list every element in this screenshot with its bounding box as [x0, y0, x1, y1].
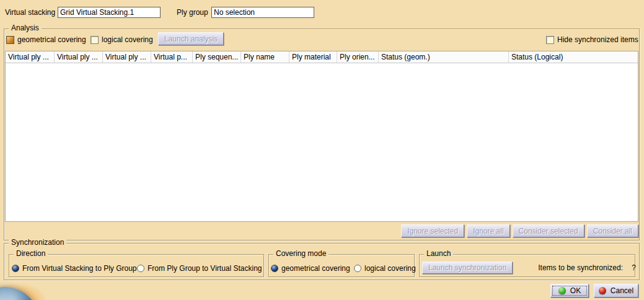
direction-group-title: Direction [14, 250, 48, 258]
column-header-ply-name[interactable]: Ply name [241, 51, 289, 63]
direction-radio-0[interactable] [12, 265, 19, 272]
virtual-stacking-dialog: Virtual stacking Ply group Analysis geom… [0, 0, 644, 300]
column-header-ply-sequence[interactable]: Ply sequen... [193, 51, 241, 63]
geometrical-covering-checkbox[interactable] [6, 36, 14, 44]
direction-option-0-label: From Virtual Stacking to Ply Group [22, 263, 137, 274]
launch-analysis-button[interactable]: Launch analysis [158, 32, 224, 45]
covering-option-0-label: geometrical covering [281, 263, 350, 274]
cancel-button[interactable]: Cancel [594, 284, 638, 298]
column-header-ply-orientation[interactable]: Ply orien... [337, 51, 379, 63]
consider-selected-button[interactable]: Consider selected [513, 224, 584, 237]
column-header-status-logical[interactable]: Status (Logical) [509, 51, 638, 63]
virtual-stacking-input[interactable] [58, 7, 161, 18]
ok-button[interactable]: OK [550, 284, 589, 298]
ignore-selected-button[interactable]: Ignore selected [401, 224, 464, 237]
hide-synchronized-checkbox[interactable] [546, 36, 554, 44]
synchronization-group-title: Synchronization [9, 239, 66, 247]
items-to-be-synchronized-value: ? [632, 263, 636, 273]
cancel-red-sphere-icon [599, 287, 606, 294]
ok-button-label: OK [570, 286, 581, 295]
hide-synchronized-label: Hide synchronized items [557, 35, 638, 45]
ply-group-input[interactable] [211, 7, 314, 18]
ply-table-body [6, 63, 638, 221]
logical-covering-label: logical covering [102, 35, 153, 45]
column-header-virtual-ply-2[interactable]: Virtual ply ... [55, 51, 103, 63]
covering-radio-1[interactable] [354, 265, 361, 272]
column-header-status-geom[interactable]: Status (geom.) [379, 51, 509, 63]
column-header-virtual-ply-3[interactable]: Virtual ply ... [103, 51, 151, 63]
column-header-virtual-ply-1[interactable]: Virtual ply ... [6, 51, 55, 63]
ignore-all-button[interactable]: Ignore all [467, 224, 509, 237]
cancel-button-label: Cancel [611, 286, 633, 295]
ply-group-label: Ply group [177, 7, 208, 18]
launch-group-title: Launch [424, 250, 453, 258]
analysis-action-buttons: Ignore selected Ignore all Consider sele… [401, 224, 638, 237]
ok-green-sphere-icon [558, 287, 566, 294]
ply-table: Virtual ply ... Virtual ply ... Virtual … [5, 51, 638, 222]
covering-mode-group-title: Covering mode [273, 250, 329, 258]
analysis-group-title: Analysis [9, 24, 42, 32]
column-header-virtual-ply-4[interactable]: Virtual p... [151, 51, 193, 63]
column-header-ply-material[interactable]: Ply material [289, 51, 337, 63]
covering-radio-0[interactable] [271, 265, 278, 272]
consider-all-button[interactable]: Consider all [587, 224, 638, 237]
planet-decoration [0, 287, 40, 300]
items-to-be-synchronized-label: Items to be synchronized: [538, 263, 623, 273]
geometrical-covering-label: geometrical covering [17, 35, 86, 45]
ply-table-header-row: Virtual ply ... Virtual ply ... Virtual … [6, 51, 638, 63]
virtual-stacking-label: Virtual stacking [5, 7, 55, 18]
logical-covering-checkbox[interactable] [90, 36, 99, 44]
launch-synchronization-button[interactable]: Launch synchronization [422, 262, 513, 274]
covering-option-1-label: logical covering [364, 263, 416, 274]
direction-option-1-label: From Ply Group to Virtual Stacking [148, 263, 262, 274]
direction-radio-1[interactable] [137, 265, 144, 272]
